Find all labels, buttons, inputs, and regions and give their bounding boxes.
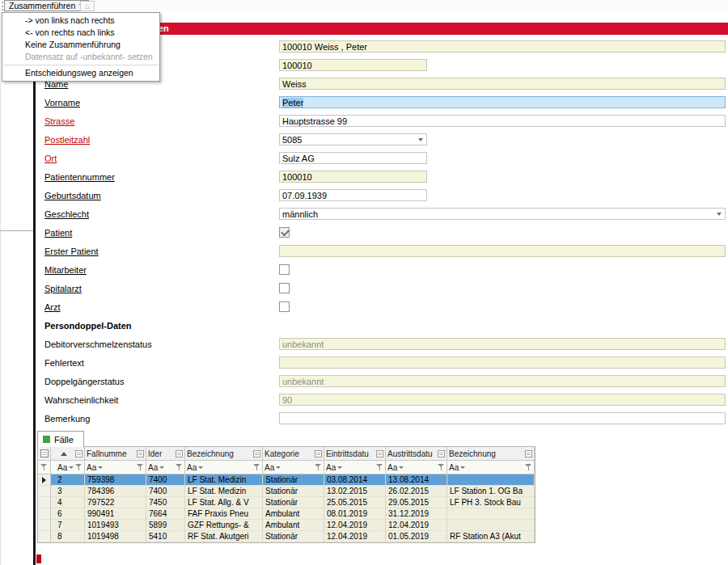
column-header-fallnummer[interactable]: Fallnumme xyxy=(85,447,146,461)
table-row[interactable]: 3 784396 7400 LF Stat. Medizin Stationär… xyxy=(38,486,535,497)
strasse-field[interactable]: Hauptstrasse 99 xyxy=(279,115,726,127)
cell-eintrittsdatum: 25.05.2015 xyxy=(324,497,386,508)
column-header-label: Austrittsdatu xyxy=(387,449,437,458)
field-label-ort[interactable]: Ort xyxy=(44,154,279,163)
field-label-geschlecht[interactable]: Geschlecht xyxy=(44,209,279,219)
filter-mode-label: Aa xyxy=(387,463,397,472)
table-row[interactable]: 7 1019493 5899 GZF Rettungs- & Ambulant … xyxy=(38,520,535,531)
column-header-eintrittsdatum[interactable]: Eintrittsdatu xyxy=(324,447,386,461)
spitalarzt-checkbox[interactable] xyxy=(279,283,290,293)
field-label-mitarbeiter[interactable]: Mitarbeiter xyxy=(44,265,279,275)
column-header-austrittsdatum[interactable]: Austrittsdatu xyxy=(386,447,447,461)
form-row: Fehlertext xyxy=(36,353,728,372)
form-row: Spitalarzt xyxy=(36,279,728,297)
filter-mode-label: Aa xyxy=(148,463,158,472)
tab-faelle-label: Fälle xyxy=(54,435,74,445)
field-label-patient[interactable]: Patient xyxy=(44,228,279,238)
form-row: Postleitzahl 5085 xyxy=(36,130,728,149)
table-row[interactable]: 2 759398 7400 LF Stat. Medizin Stationär… xyxy=(38,474,535,486)
field-label-geburtsdatum[interactable]: Geburtsdatum xyxy=(44,191,279,200)
table-row[interactable]: 6 990491 7664 FAF Praxis Pneu Ambulant 0… xyxy=(38,508,535,520)
filter-cell[interactable]: Aa xyxy=(146,461,185,474)
postleitzahl-combo[interactable]: 5085 xyxy=(279,133,427,145)
column-filter-icon[interactable] xyxy=(253,450,260,457)
column-header-bezeichnung[interactable]: Bezeichnung xyxy=(185,447,263,461)
cell-austrittsdatum: 12.04.2019 xyxy=(386,520,447,531)
arzt-checkbox[interactable] xyxy=(279,301,290,312)
toolbar-grip[interactable] xyxy=(2,2,3,11)
filter-funnel-icon xyxy=(438,463,445,471)
chevron-down-icon[interactable] xyxy=(717,213,722,216)
form-row: Doppelgängerstatus unbekannt xyxy=(36,372,728,390)
column-header-bezeichnung-2[interactable]: Bezeichnung xyxy=(447,447,535,461)
column-filter-icon[interactable] xyxy=(315,450,322,457)
filter-cell[interactable]: Aa xyxy=(324,461,386,474)
menu-item-left-to-right[interactable]: -> von links nach rechts xyxy=(2,15,159,27)
tab-faelle[interactable]: Fälle xyxy=(37,431,84,447)
form-row: Vorname Peter xyxy=(36,93,728,112)
app-window: { "colors": { "header_red": "#d50f2d", "… xyxy=(0,0,728,565)
collapsed-splitter[interactable] xyxy=(0,230,33,231)
column-filter-icon[interactable] xyxy=(376,450,383,457)
filter-cell[interactable]: Aa xyxy=(263,461,324,474)
toolbar: Zusammenführen ⌂ xyxy=(0,0,728,12)
erster-patient-field xyxy=(279,245,726,257)
cell-bezeichnung: GZF Rettungs- & xyxy=(185,520,263,531)
column-filter-icon[interactable] xyxy=(137,450,144,457)
column-filter-icon[interactable] xyxy=(75,450,83,457)
row-indicator xyxy=(38,474,51,486)
field-label-patientennummer[interactable]: Patientennummer xyxy=(44,172,279,182)
form-row: Mitarbeiter xyxy=(36,260,728,279)
column-filter-icon[interactable] xyxy=(525,450,532,457)
panel-edge xyxy=(0,12,1,565)
field-label-arzt[interactable]: Arzt xyxy=(44,302,279,312)
column-header-kategorie[interactable]: Kategorie xyxy=(263,447,324,461)
row-number: 4 xyxy=(51,497,85,508)
cell-bezeichnung-2 xyxy=(447,520,535,531)
geschlecht-select[interactable]: männlich xyxy=(279,208,726,220)
filter-cell[interactable]: Aa xyxy=(85,461,146,474)
field-label-erster-patient[interactable]: Erster Patient xyxy=(44,247,279,256)
column-header-label: Bezeichnung xyxy=(449,449,524,458)
field-label-fehlertext: Fehlertext xyxy=(44,358,279,368)
table-row[interactable]: 8 1019498 5410 RF Stat. Akutgeri Station… xyxy=(38,531,535,542)
field-label-spitalarzt[interactable]: Spitalarzt xyxy=(44,284,279,293)
menu-item-no-merge[interactable]: Keine Zusammenführung xyxy=(2,39,159,51)
field-label-strasse[interactable]: Strasse xyxy=(44,116,279,126)
bemerkung-field[interactable] xyxy=(279,412,726,424)
cell-ident: 7400 xyxy=(146,474,185,486)
combo-value: 5085 xyxy=(282,135,302,145)
menu-item-show-decision-path[interactable]: Entscheidungsweg anzeigen xyxy=(2,67,159,79)
form-row: Bemerkung xyxy=(36,409,728,428)
merge-menu-button[interactable]: Zusammenführen xyxy=(4,0,89,11)
column-header-rownum[interactable] xyxy=(51,447,85,461)
filter-cell[interactable]: Aa xyxy=(447,461,535,474)
menu-item-right-to-left[interactable]: <- von rechts nach links xyxy=(2,27,159,39)
filter-cell[interactable] xyxy=(38,461,51,474)
form-row: Patientennummer 100010 xyxy=(36,167,728,186)
cell-fallnummer: 784396 xyxy=(85,486,146,497)
filter-cell[interactable]: Aa xyxy=(185,461,263,474)
column-filter-icon[interactable] xyxy=(438,450,445,457)
chevron-down-icon[interactable] xyxy=(418,138,423,141)
row-number: 3 xyxy=(51,486,85,497)
table-row[interactable]: 4 797522 7450 LF Stat. Allg. & V Station… xyxy=(38,497,535,508)
grid-layout-icon xyxy=(40,449,49,457)
column-header-ident[interactable]: Ider xyxy=(146,447,185,461)
row-indicator xyxy=(38,531,51,542)
field-label-vorname[interactable]: Vorname xyxy=(44,98,279,108)
cell-ident: 7664 xyxy=(146,508,185,520)
row-number: 8 xyxy=(51,531,85,542)
filter-cell[interactable]: Aa xyxy=(51,461,85,474)
vorname-field[interactable]: Peter xyxy=(279,96,726,108)
grid-corner-cell[interactable] xyxy=(38,447,51,461)
cell-austrittsdatum: 26.02.2015 xyxy=(386,486,447,497)
column-filter-icon[interactable] xyxy=(176,450,183,457)
field-label-postleitzahl[interactable]: Postleitzahl xyxy=(44,135,279,145)
mitarbeiter-checkbox[interactable] xyxy=(279,264,290,275)
filter-funnel-icon xyxy=(253,463,260,471)
geburtsdatum-field[interactable]: 07.09.1939 xyxy=(279,189,427,201)
cell-austrittsdatum: 31.12.2019 xyxy=(386,508,447,520)
filter-cell[interactable]: Aa xyxy=(386,461,447,474)
ort-field[interactable]: Sulz AG xyxy=(279,152,427,164)
